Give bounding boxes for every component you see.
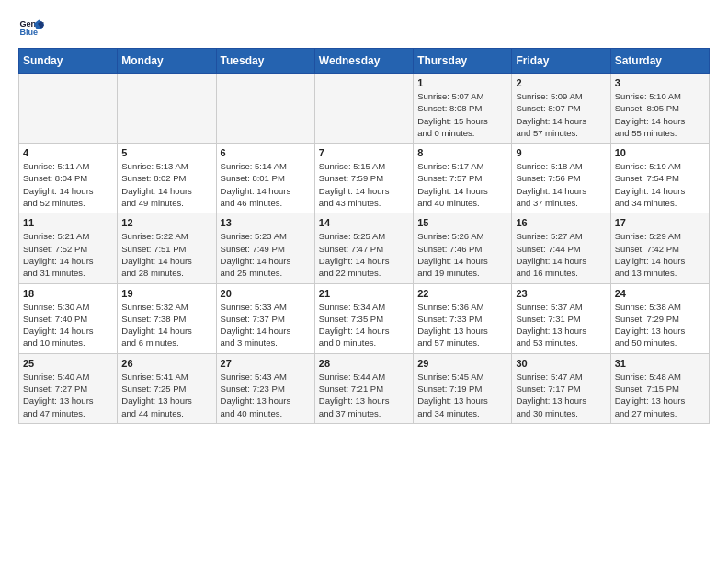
calendar-cell: 9Sunrise: 5:18 AMSunset: 7:56 PMDaylight… bbox=[512, 144, 610, 213]
calendar-cell: 4Sunrise: 5:11 AMSunset: 8:04 PMDaylight… bbox=[19, 144, 118, 213]
day-detail: Sunrise: 5:09 AMSunset: 8:07 PMDaylight:… bbox=[516, 90, 606, 139]
calendar-cell: 30Sunrise: 5:47 AMSunset: 7:17 PMDayligh… bbox=[512, 353, 610, 423]
day-number: 8 bbox=[417, 147, 507, 158]
day-number: 4 bbox=[23, 147, 113, 158]
calendar-cell: 10Sunrise: 5:19 AMSunset: 7:54 PMDayligh… bbox=[610, 144, 709, 213]
day-number: 30 bbox=[516, 358, 606, 369]
day-detail: Sunrise: 5:36 AMSunset: 7:33 PMDaylight:… bbox=[417, 301, 507, 350]
calendar-cell: 6Sunrise: 5:14 AMSunset: 8:01 PMDaylight… bbox=[216, 144, 314, 213]
day-number: 15 bbox=[417, 217, 507, 228]
day-detail: Sunrise: 5:40 AMSunset: 7:27 PMDaylight:… bbox=[23, 371, 113, 419]
day-detail: Sunrise: 5:25 AMSunset: 7:47 PMDaylight:… bbox=[319, 230, 409, 279]
day-number: 20 bbox=[221, 288, 311, 299]
day-number: 21 bbox=[319, 288, 409, 299]
day-detail: Sunrise: 5:18 AMSunset: 7:56 PMDaylight:… bbox=[516, 160, 606, 209]
day-detail: Sunrise: 5:10 AMSunset: 8:05 PMDaylight:… bbox=[615, 90, 705, 139]
calendar-cell: 28Sunrise: 5:44 AMSunset: 7:21 PMDayligh… bbox=[314, 353, 413, 423]
calendar-cell bbox=[314, 74, 413, 144]
day-detail: Sunrise: 5:44 AMSunset: 7:21 PMDaylight:… bbox=[319, 371, 409, 419]
day-detail: Sunrise: 5:13 AMSunset: 8:02 PMDaylight:… bbox=[121, 160, 211, 209]
day-detail: Sunrise: 5:30 AMSunset: 7:40 PMDaylight:… bbox=[23, 301, 113, 350]
calendar-cell bbox=[216, 74, 314, 144]
day-number: 2 bbox=[516, 77, 606, 88]
day-number: 28 bbox=[319, 358, 409, 369]
day-detail: Sunrise: 5:17 AMSunset: 7:57 PMDaylight:… bbox=[417, 160, 507, 209]
day-detail: Sunrise: 5:37 AMSunset: 7:31 PMDaylight:… bbox=[516, 301, 606, 350]
calendar-cell: 5Sunrise: 5:13 AMSunset: 8:02 PMDaylight… bbox=[118, 144, 216, 213]
day-number: 11 bbox=[23, 217, 113, 228]
calendar-cell: 29Sunrise: 5:45 AMSunset: 7:19 PMDayligh… bbox=[414, 353, 512, 423]
day-number: 27 bbox=[221, 358, 311, 369]
day-detail: Sunrise: 5:32 AMSunset: 7:38 PMDaylight:… bbox=[121, 301, 211, 350]
day-detail: Sunrise: 5:45 AMSunset: 7:19 PMDaylight:… bbox=[417, 371, 507, 419]
calendar-cell: 13Sunrise: 5:23 AMSunset: 7:49 PMDayligh… bbox=[216, 213, 314, 283]
calendar-cell: 17Sunrise: 5:29 AMSunset: 7:42 PMDayligh… bbox=[610, 213, 709, 283]
calendar-cell: 11Sunrise: 5:21 AMSunset: 7:52 PMDayligh… bbox=[19, 213, 118, 283]
day-number: 3 bbox=[615, 77, 705, 88]
calendar-cell: 24Sunrise: 5:38 AMSunset: 7:29 PMDayligh… bbox=[610, 283, 709, 353]
day-number: 17 bbox=[615, 217, 705, 228]
day-detail: Sunrise: 5:21 AMSunset: 7:52 PMDaylight:… bbox=[23, 230, 113, 279]
logo-icon: General Blue bbox=[18, 15, 44, 40]
calendar-cell: 23Sunrise: 5:37 AMSunset: 7:31 PMDayligh… bbox=[512, 283, 610, 353]
svg-text:Blue: Blue bbox=[19, 28, 38, 37]
day-detail: Sunrise: 5:34 AMSunset: 7:35 PMDaylight:… bbox=[319, 301, 409, 350]
day-detail: Sunrise: 5:27 AMSunset: 7:44 PMDaylight:… bbox=[516, 230, 606, 279]
weekday-header-thursday: Thursday bbox=[414, 49, 512, 74]
day-number: 13 bbox=[221, 217, 311, 228]
day-detail: Sunrise: 5:23 AMSunset: 7:49 PMDaylight:… bbox=[221, 230, 311, 279]
weekday-header-tuesday: Tuesday bbox=[216, 49, 314, 74]
day-detail: Sunrise: 5:47 AMSunset: 7:17 PMDaylight:… bbox=[516, 371, 606, 419]
day-detail: Sunrise: 5:22 AMSunset: 7:51 PMDaylight:… bbox=[121, 230, 211, 279]
day-number: 23 bbox=[516, 288, 606, 299]
day-detail: Sunrise: 5:26 AMSunset: 7:46 PMDaylight:… bbox=[417, 230, 507, 279]
calendar-cell: 31Sunrise: 5:48 AMSunset: 7:15 PMDayligh… bbox=[610, 353, 709, 423]
day-number: 24 bbox=[615, 288, 705, 299]
logo: General Blue bbox=[18, 15, 48, 40]
calendar-cell: 19Sunrise: 5:32 AMSunset: 7:38 PMDayligh… bbox=[118, 283, 216, 353]
calendar-week-2: 4Sunrise: 5:11 AMSunset: 8:04 PMDaylight… bbox=[19, 144, 710, 213]
weekday-header-saturday: Saturday bbox=[610, 49, 709, 74]
calendar-cell: 8Sunrise: 5:17 AMSunset: 7:57 PMDaylight… bbox=[414, 144, 512, 213]
day-number: 18 bbox=[23, 288, 113, 299]
weekday-header-wednesday: Wednesday bbox=[314, 49, 413, 74]
day-detail: Sunrise: 5:14 AMSunset: 8:01 PMDaylight:… bbox=[221, 160, 311, 209]
calendar-cell: 26Sunrise: 5:41 AMSunset: 7:25 PMDayligh… bbox=[118, 353, 216, 423]
day-detail: Sunrise: 5:07 AMSunset: 8:08 PMDaylight:… bbox=[417, 90, 507, 139]
calendar-cell: 2Sunrise: 5:09 AMSunset: 8:07 PMDaylight… bbox=[512, 74, 610, 144]
weekday-header-sunday: Sunday bbox=[19, 49, 118, 74]
calendar-cell bbox=[19, 74, 118, 144]
day-number: 16 bbox=[516, 217, 606, 228]
day-detail: Sunrise: 5:29 AMSunset: 7:42 PMDaylight:… bbox=[615, 230, 705, 279]
day-number: 5 bbox=[121, 147, 211, 158]
calendar-week-1: 1Sunrise: 5:07 AMSunset: 8:08 PMDaylight… bbox=[19, 74, 710, 144]
day-detail: Sunrise: 5:15 AMSunset: 7:59 PMDaylight:… bbox=[319, 160, 409, 209]
day-detail: Sunrise: 5:33 AMSunset: 7:37 PMDaylight:… bbox=[221, 301, 311, 350]
calendar-week-3: 11Sunrise: 5:21 AMSunset: 7:52 PMDayligh… bbox=[19, 213, 710, 283]
day-number: 31 bbox=[615, 358, 705, 369]
day-number: 9 bbox=[516, 147, 606, 158]
weekday-header-friday: Friday bbox=[512, 49, 610, 74]
calendar-table: SundayMondayTuesdayWednesdayThursdayFrid… bbox=[18, 48, 710, 424]
day-number: 26 bbox=[121, 358, 211, 369]
calendar-cell: 25Sunrise: 5:40 AMSunset: 7:27 PMDayligh… bbox=[19, 353, 118, 423]
calendar-cell: 20Sunrise: 5:33 AMSunset: 7:37 PMDayligh… bbox=[216, 283, 314, 353]
weekday-header-monday: Monday bbox=[118, 49, 216, 74]
day-detail: Sunrise: 5:11 AMSunset: 8:04 PMDaylight:… bbox=[23, 160, 113, 209]
day-detail: Sunrise: 5:41 AMSunset: 7:25 PMDaylight:… bbox=[121, 371, 211, 419]
day-detail: Sunrise: 5:19 AMSunset: 7:54 PMDaylight:… bbox=[615, 160, 705, 209]
calendar-cell: 15Sunrise: 5:26 AMSunset: 7:46 PMDayligh… bbox=[414, 213, 512, 283]
calendar-cell: 16Sunrise: 5:27 AMSunset: 7:44 PMDayligh… bbox=[512, 213, 610, 283]
day-number: 22 bbox=[417, 288, 507, 299]
calendar-cell: 14Sunrise: 5:25 AMSunset: 7:47 PMDayligh… bbox=[314, 213, 413, 283]
calendar-cell: 22Sunrise: 5:36 AMSunset: 7:33 PMDayligh… bbox=[414, 283, 512, 353]
day-detail: Sunrise: 5:48 AMSunset: 7:15 PMDaylight:… bbox=[615, 371, 705, 419]
calendar-cell: 3Sunrise: 5:10 AMSunset: 8:05 PMDaylight… bbox=[610, 74, 709, 144]
day-detail: Sunrise: 5:38 AMSunset: 7:29 PMDaylight:… bbox=[615, 301, 705, 350]
calendar-header: SundayMondayTuesdayWednesdayThursdayFrid… bbox=[19, 49, 710, 74]
day-number: 25 bbox=[23, 358, 113, 369]
day-number: 19 bbox=[121, 288, 211, 299]
calendar-cell: 12Sunrise: 5:22 AMSunset: 7:51 PMDayligh… bbox=[118, 213, 216, 283]
day-number: 14 bbox=[319, 217, 409, 228]
day-number: 6 bbox=[221, 147, 311, 158]
